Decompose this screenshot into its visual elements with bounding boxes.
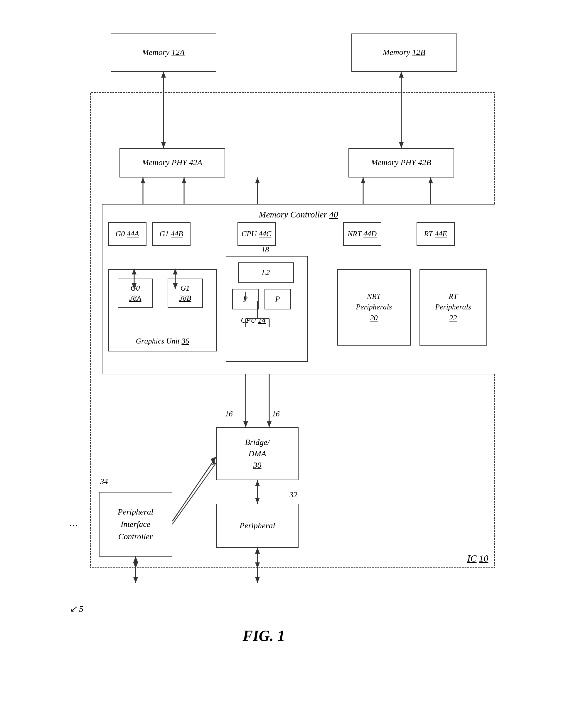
cpu-p1-box: P [232, 289, 259, 309]
rt-peripherals-box: RTPeripherals22 [420, 269, 487, 345]
cpu-complex-box: 18 L2 P P CPU 14 [226, 256, 308, 362]
bus-ref-16a: 16 [225, 409, 233, 418]
bus-ref-16b: 16 [272, 409, 280, 418]
mem-ctrl-40-box: Memory Controller 40 G0 44A G1 44B CPU 4… [102, 204, 495, 374]
svg-marker-4 [399, 72, 404, 78]
svg-marker-49 [133, 577, 138, 583]
peripheral-ref-32: 32 [290, 490, 297, 499]
cpu-44c-box: CPU 44C [237, 222, 276, 246]
svg-marker-44 [255, 577, 260, 583]
g1-38b-box: G138B [168, 279, 203, 308]
mem-ctrl-ref: 40 [329, 209, 338, 219]
rt-peripherals-label: RTPeripherals22 [435, 291, 471, 323]
mem-phy-42a-ref: 42A [189, 157, 202, 168]
mem-phy-42a-label: Memory PHY [142, 157, 187, 168]
pic-label: PeripheralInterfaceController [118, 506, 153, 543]
peripheral-box: Peripheral [216, 504, 298, 548]
memory-12a-box: Memory 12A [111, 34, 216, 72]
fig-label: FIG. 1 [243, 627, 285, 644]
ic-label: IC 10 [467, 553, 488, 564]
graphics-unit-36-box: G038A G138B Graphics Unit 36 [108, 269, 217, 352]
figure-arrow-ref: ↙ 5 [69, 604, 84, 614]
page: Memory 12A Memory 12B IC 10 Memory PHY 4… [15, 16, 573, 706]
mem-ctrl-label: Memory Controller 40 [259, 209, 338, 220]
g1-44b-box: G1 44B [152, 222, 190, 246]
graphics-unit-label: Graphics Unit 36 [136, 336, 189, 346]
peripheral-label: Peripheral [239, 520, 275, 531]
svg-marker-1 [161, 72, 166, 78]
ic-ref: 10 [479, 553, 488, 564]
rt-44e-box: RT 44E [417, 222, 455, 246]
memory-12a-label: Memory [142, 47, 169, 58]
memory-12b-box: Memory 12B [351, 34, 457, 72]
memory-12b-ref: 12B [412, 47, 425, 58]
nrt-44d-box: NRT 44D [343, 222, 381, 246]
bridge-dma-label: Bridge/DMA30 [245, 436, 270, 471]
memory-12a-ref: 12A [171, 47, 185, 58]
l2-box: L2 [238, 262, 294, 283]
g0-44a-box: G0 44A [108, 222, 146, 246]
memory-12b-label: Memory [383, 47, 410, 58]
pic-box: PeripheralInterfaceController [99, 492, 172, 557]
ic-text: IC [467, 553, 477, 564]
diagram-area: Memory 12A Memory 12B IC 10 Memory PHY 4… [52, 34, 536, 636]
ellipsis: ... [69, 516, 78, 529]
mem-phy-42b-label: Memory PHY [371, 157, 416, 168]
mem-phy-42b-box: Memory PHY 42B [349, 148, 454, 178]
pic-ref-34: 34 [100, 477, 108, 486]
bridge-dma-box: Bridge/DMA30 [216, 427, 298, 480]
nrt-peripherals-box: NRTPeripherals20 [337, 269, 411, 345]
cpu-p2-box: P [265, 289, 291, 309]
g0-38a-box: G038A [118, 279, 153, 308]
mem-phy-42a-box: Memory PHY 42A [120, 148, 225, 178]
cpu-14-label: CPU 14 [241, 315, 266, 325]
nrt-peripherals-label: NRTPeripherals20 [356, 291, 392, 323]
bus-ref-18: 18 [261, 245, 269, 255]
mem-phy-42b-ref: 42B [418, 157, 431, 168]
